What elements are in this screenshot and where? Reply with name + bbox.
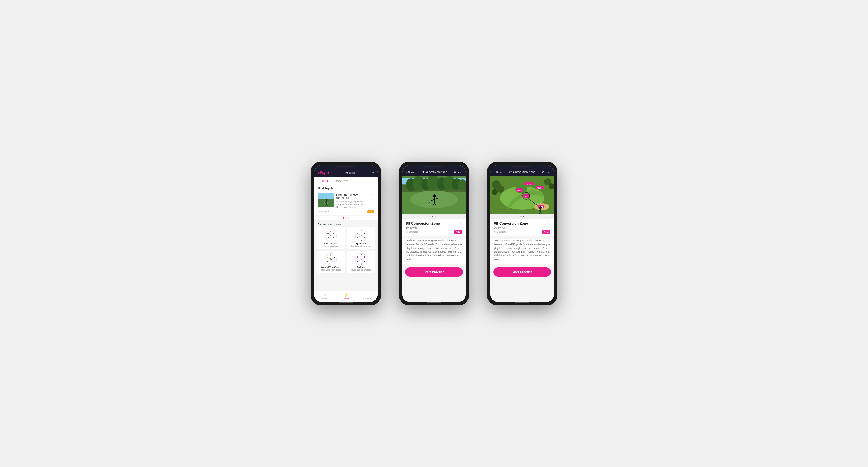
dot-1[interactable] bbox=[343, 218, 344, 219]
dot-2[interactable] bbox=[345, 218, 347, 219]
svg-point-18 bbox=[328, 237, 329, 238]
drill-thumbnail bbox=[318, 193, 334, 207]
around-the-green-icon bbox=[324, 253, 337, 266]
skill-desc-atg: Hone your short game bbox=[320, 269, 341, 271]
tabs-bar: Drills Favourites bbox=[314, 177, 378, 185]
skill-name-ott: Off The Tee bbox=[324, 242, 337, 245]
drill-description: Create an imaginary fairway using trees … bbox=[336, 200, 369, 208]
svg-point-42 bbox=[327, 257, 328, 258]
svg-point-30 bbox=[364, 233, 365, 234]
drill-range-3: 10-50 yds bbox=[494, 226, 528, 229]
svg-line-25 bbox=[358, 236, 361, 238]
drill-name: 6ft Conversion Zone bbox=[406, 222, 440, 226]
svg-point-55 bbox=[357, 257, 358, 258]
approach-icon bbox=[355, 229, 368, 242]
img-dot-3-1[interactable] bbox=[520, 215, 522, 217]
drill-footer: ⏱ 10 shots OTT bbox=[318, 210, 374, 213]
phone-1-screen: clippd Practice ≡ Drills Favourites Most… bbox=[314, 165, 378, 302]
drill-description-3: 20 shots are randomly generated at dista… bbox=[490, 239, 554, 264]
svg-text:Hit: Hit bbox=[525, 196, 527, 197]
svg-point-102 bbox=[539, 206, 541, 209]
back-button-3[interactable]: < Back bbox=[494, 171, 502, 174]
shots-row-3: ⏱ 20 shots ARG bbox=[494, 230, 550, 234]
svg-line-24 bbox=[361, 234, 365, 236]
svg-point-3 bbox=[326, 199, 327, 201]
phone2-content: 6ft Conversion Zone 10-50 yds ☆ ⏱ 20 sho… bbox=[402, 176, 466, 302]
nav-capture[interactable]: ⊕ Capture bbox=[356, 293, 378, 300]
svg-point-57 bbox=[357, 261, 358, 262]
start-practice-button-3[interactable]: Start Practice bbox=[493, 267, 551, 277]
favourite-icon[interactable]: ☆ bbox=[371, 193, 374, 197]
svg-line-52 bbox=[361, 259, 365, 262]
shots-count: 20 shots bbox=[409, 231, 418, 233]
svg-line-23 bbox=[358, 234, 361, 236]
home-icon: ⌂ bbox=[323, 293, 326, 297]
phone-1: clippd Practice ≡ Drills Favourites Most… bbox=[311, 162, 381, 305]
svg-point-56 bbox=[364, 257, 365, 258]
svg-point-32 bbox=[364, 237, 365, 238]
explore-title: Explore skill areas bbox=[314, 220, 378, 227]
nav-activities[interactable]: ⚡ Activities bbox=[335, 293, 356, 300]
arg-badge-3: ARG bbox=[542, 230, 550, 234]
shots-count-3: 20 shots bbox=[497, 231, 506, 233]
svg-point-28 bbox=[361, 230, 362, 231]
back-button[interactable]: < Back bbox=[406, 171, 414, 174]
favourite-star-3[interactable]: ☆ bbox=[547, 222, 550, 226]
drill-description: 20 shots are randomly generated at dista… bbox=[402, 239, 466, 264]
shots-label: 10 shots bbox=[321, 210, 329, 213]
arg-badge: ARG bbox=[454, 230, 462, 234]
phone-2: < Back 6ft Conversion Zone Cancel bbox=[399, 162, 469, 305]
skill-grid: Off The Tee Power accuracy bbox=[314, 227, 378, 275]
clock-icon-3: ⏱ bbox=[494, 231, 496, 233]
svg-text:ROUGH: ROUGH bbox=[537, 187, 543, 189]
cancel-button-3[interactable]: Cancel bbox=[542, 171, 550, 174]
svg-point-16 bbox=[327, 233, 329, 234]
svg-point-15 bbox=[330, 231, 332, 232]
image-dots-3 bbox=[490, 214, 554, 219]
img-dot-3-2[interactable] bbox=[523, 215, 524, 217]
nav-capture-label: Capture bbox=[364, 298, 371, 300]
cancel-button[interactable]: Cancel bbox=[454, 171, 462, 174]
shots-count: ⏱ 10 shots bbox=[318, 210, 329, 213]
shots-info-3: ⏱ 20 shots bbox=[494, 231, 506, 233]
tab-drills[interactable]: Drills bbox=[318, 177, 331, 184]
svg-point-31 bbox=[357, 237, 358, 238]
svg-point-33 bbox=[361, 240, 362, 241]
skill-around-the-green[interactable]: Around The Green Hone your short game bbox=[316, 251, 345, 273]
svg-point-81 bbox=[428, 204, 429, 205]
golf-photo-svg bbox=[402, 176, 466, 214]
putting-icon bbox=[355, 253, 368, 266]
image-dots bbox=[402, 214, 466, 219]
golf-thumbnail-svg bbox=[318, 193, 334, 207]
svg-point-19 bbox=[333, 237, 334, 238]
tab-favourites[interactable]: Favourites bbox=[331, 177, 352, 184]
featured-drill-card[interactable]: Find The Fairway Off The Tee Create an i… bbox=[314, 191, 378, 215]
menu-icon[interactable]: ≡ bbox=[372, 171, 374, 174]
svg-point-43 bbox=[334, 257, 335, 258]
ott-badge: OTT bbox=[367, 210, 374, 213]
drill-name-3: 6ft Conversion Zone bbox=[494, 222, 528, 226]
drill-info: Find The Fairway Off The Tee Create an i… bbox=[336, 193, 369, 208]
skill-off-the-tee[interactable]: Off The Tee Power accuracy bbox=[316, 227, 345, 249]
svg-text:FAIRWAY: FAIRWAY bbox=[526, 183, 532, 185]
most-popular-title: Most Popular bbox=[314, 185, 378, 191]
svg-line-51 bbox=[358, 259, 361, 262]
nav-home-label: Home bbox=[322, 298, 328, 300]
dot-3[interactable] bbox=[348, 218, 349, 219]
phone-3-screen: < Back 6ft Conversion Zone Cancel bbox=[490, 165, 554, 302]
skill-approach[interactable]: Approach Dial-in to hit the green bbox=[347, 227, 375, 249]
start-practice-button[interactable]: Start Practice bbox=[405, 267, 463, 277]
svg-point-41 bbox=[330, 254, 332, 256]
phone-2-screen: < Back 6ft Conversion Zone Cancel bbox=[402, 165, 466, 302]
phone-3: < Back 6ft Conversion Zone Cancel bbox=[487, 162, 557, 305]
skill-putting[interactable]: Putting Make and lag practice bbox=[347, 251, 375, 273]
favourite-star[interactable]: ☆ bbox=[459, 222, 462, 226]
hero-image-photo bbox=[402, 176, 466, 214]
capture-icon: ⊕ bbox=[365, 293, 369, 297]
img-dot-2[interactable] bbox=[435, 215, 436, 217]
clock-icon-2: ⏱ bbox=[406, 231, 408, 233]
nav-home[interactable]: ⌂ Home bbox=[314, 293, 335, 300]
svg-point-58 bbox=[364, 261, 365, 262]
img-dot-1[interactable] bbox=[432, 215, 433, 217]
skill-desc-ott: Power accuracy bbox=[323, 245, 338, 247]
